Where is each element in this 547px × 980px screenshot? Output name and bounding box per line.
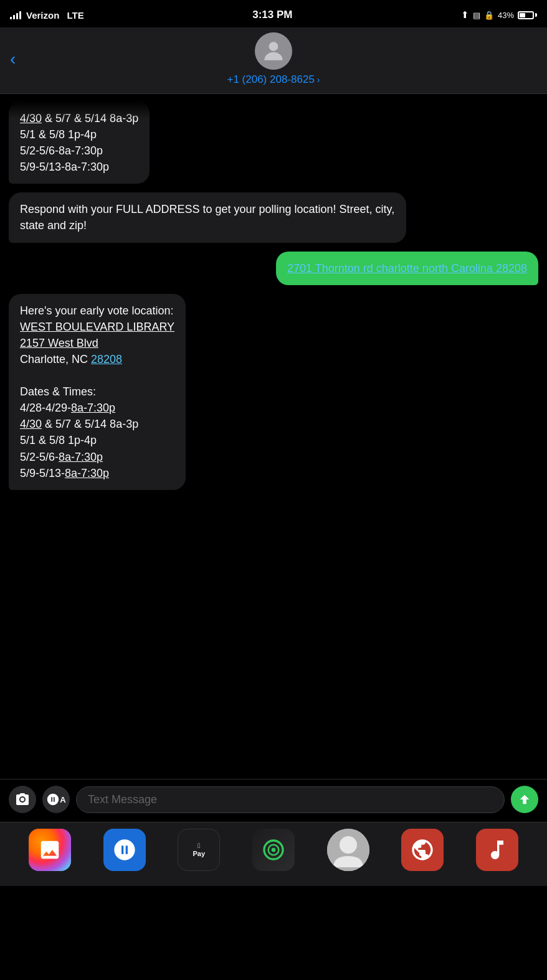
date-line5: 5/9-5/13-8a-7:30p — [20, 467, 109, 479]
partial-text-line1: 4/30 — [20, 112, 42, 125]
battery-percent: 43% — [498, 11, 514, 20]
library-address1: 2157 West Blvd — [20, 337, 98, 349]
signal-bars — [10, 11, 21, 19]
partial-text-line3: 5/2-5/6-8a-7:30p — [20, 144, 103, 157]
back-button[interactable]: ‹ — [10, 50, 16, 68]
findmy-icon — [261, 837, 286, 862]
nav-center: +1 (206) 208-8625 › — [227, 32, 320, 86]
camera-icon — [15, 792, 30, 807]
chevron-right-icon: › — [317, 75, 320, 85]
location-icon: ⬆ — [461, 9, 469, 21]
text-message-input[interactable]: Text Message — [76, 786, 505, 813]
nav-bar: ‹ +1 (206) 208-8625 › — [0, 27, 547, 94]
date-line1: 4/28-4/29-8a-7:30p — [20, 402, 115, 414]
network-type: LTE — [67, 10, 84, 21]
message-bubble-3: Here's your early vote location: WEST BO… — [9, 294, 538, 490]
dock-appstore-icon[interactable] — [103, 829, 146, 871]
battery-icon — [518, 11, 537, 19]
dock-globe-icon[interactable] — [401, 829, 444, 871]
bubble-partial-content: 4/30 & 5/7 & 5/14 8a-3p 5/1 & 5/8 1p-4p … — [9, 101, 150, 184]
globe-icon — [410, 837, 435, 862]
svg-point-6 — [340, 836, 357, 854]
bubble-content-3: Here's your early vote location: WEST BO… — [9, 294, 186, 490]
partial-text-line4: 5/9-5/13-8a-7:30p — [20, 161, 109, 173]
partial-text-line1b: & 5/7 & 5/14 8a-3p — [42, 112, 138, 125]
app-store-icon-button[interactable]: A — [42, 786, 70, 813]
bubble-content-2: 2701 Thornton rd charlotte north Carolin… — [276, 252, 538, 285]
camera-button[interactable] — [9, 786, 36, 813]
status-right: ⬆ ▤ 🔒 43% — [461, 9, 537, 21]
date-line2: 4/30 & 5/7 & 5/14 8a-3p — [20, 418, 138, 430]
contacts-avatar-icon — [327, 829, 369, 871]
photos-icon — [38, 838, 62, 862]
message-bubble-1: Respond with your FULL ADDRESS to get yo… — [9, 192, 538, 242]
zip-link[interactable]: 28208 — [91, 353, 122, 365]
sim-icon: ▤ — [473, 11, 480, 20]
dock-photos-icon[interactable] — [29, 829, 71, 871]
text-message-placeholder: Text Message — [88, 793, 157, 806]
partial-text-line2: 5/1 & 5/8 1p-4p — [20, 128, 97, 141]
status-bar: Verizon LTE 3:13 PM ⬆ ▤ 🔒 43% — [0, 0, 547, 27]
rotation-icon: 🔒 — [484, 11, 494, 20]
message-bubble-partial: 4/30 & 5/7 & 5/14 8a-3p 5/1 & 5/8 1p-4p … — [9, 101, 538, 184]
svg-point-1 — [21, 798, 24, 801]
early-vote-intro: Here's your early vote location: — [20, 304, 174, 317]
send-button[interactable] — [511, 786, 538, 813]
person-icon — [260, 37, 287, 65]
dock-music-icon[interactable] — [476, 829, 518, 871]
svg-point-0 — [269, 42, 278, 51]
outgoing-address-link[interactable]: 2701 Thornton rd charlotte north Carolin… — [287, 262, 527, 275]
dock-findmy-icon[interactable] — [252, 829, 295, 871]
input-area: A Text Message — [0, 779, 547, 822]
appstore-icon — [112, 837, 137, 862]
app-icon-letter: A — [60, 795, 65, 804]
library-city: Charlotte, NC — [20, 353, 91, 365]
music-icon — [485, 837, 510, 862]
avatar[interactable] — [255, 32, 292, 70]
dates-times-label: Dates & Times: — [20, 385, 96, 398]
messages-area: 4/30 & 5/7 & 5/14 8a-3p 5/1 & 5/8 1p-4p … — [0, 94, 547, 779]
library-name: WEST BOULEVARD LIBRARY — [20, 321, 174, 333]
dock: Pay — [0, 822, 547, 886]
dock-contacts-icon[interactable] — [327, 829, 369, 871]
date-line3: 5/1 & 5/8 1p-4p — [20, 434, 97, 446]
message-bubble-2: 2701 Thornton rd charlotte north Carolin… — [9, 252, 538, 285]
bubble-text-1: Respond with your FULL ADDRESS to get yo… — [20, 203, 394, 232]
time-display: 3:13 PM — [252, 9, 292, 21]
status-left: Verizon LTE — [10, 10, 84, 21]
carrier-label: Verizon — [26, 10, 59, 21]
date-line4: 5/2-5/6-8a-7:30p — [20, 451, 103, 463]
svg-point-4 — [272, 848, 276, 852]
dock-applepay-icon[interactable]: Pay — [178, 829, 220, 871]
app-icon — [46, 793, 60, 806]
applepay-label: Pay — [193, 842, 205, 858]
contact-number-link[interactable]: +1 (206) 208-8625 › — [227, 73, 320, 86]
bubble-content-1: Respond with your FULL ADDRESS to get yo… — [9, 192, 406, 242]
send-icon — [518, 793, 531, 806]
